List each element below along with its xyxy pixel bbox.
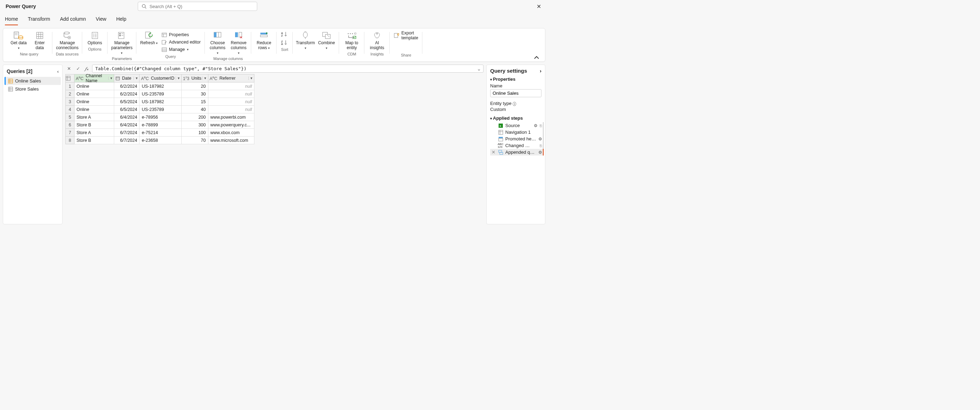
table-row[interactable]: 1Online6/2/2024US-18798220null — [66, 82, 255, 90]
row-number[interactable]: 3 — [66, 98, 75, 106]
cell[interactable]: 15 — [181, 98, 208, 106]
table-row[interactable]: 8Store B6/7/2024e-2365870www.microsoft.c… — [66, 136, 255, 144]
cell[interactable]: e-23658 — [140, 136, 181, 144]
manage-button[interactable]: Manage — [161, 46, 189, 53]
cell[interactable]: 30 — [181, 90, 208, 98]
cell[interactable]: Store B — [74, 136, 114, 144]
cell[interactable]: US-235789 — [140, 106, 181, 113]
cell[interactable]: 6/4/2024 — [114, 113, 140, 121]
applied-steps-section[interactable]: Applied steps — [490, 116, 541, 121]
info-icon[interactable]: i — [513, 102, 516, 106]
row-number[interactable]: 8 — [66, 136, 75, 144]
cell[interactable]: 6/5/2024 — [114, 106, 140, 113]
type-icon[interactable]: 123 — [182, 76, 191, 81]
cell[interactable]: www.powerbi.com — [208, 113, 255, 121]
cell[interactable]: US-235789 — [140, 90, 181, 98]
cell[interactable]: www.xbox.com — [208, 129, 255, 136]
cell[interactable]: 6/2/2024 — [114, 90, 140, 98]
cell[interactable]: 40 — [181, 106, 208, 113]
query-item-store-sales[interactable]: Store Sales — [5, 85, 61, 93]
cell[interactable]: 100 — [181, 129, 208, 136]
cell[interactable]: US-187982 — [140, 82, 181, 90]
cell[interactable]: www.powerquery.c... — [208, 121, 255, 129]
column-filter-button[interactable]: ▼ — [176, 76, 181, 80]
row-number[interactable]: 4 — [66, 106, 75, 113]
table-row[interactable]: 6Store B6/4/2024e-78899300www.powerquery… — [66, 121, 255, 129]
step-settings-button[interactable]: ⚙ — [538, 150, 542, 155]
ai-insights-button[interactable]: AI insights — [368, 30, 386, 51]
cell[interactable]: e-78956 — [140, 113, 181, 121]
table-row[interactable]: 5Store A6/4/2024e-78956200www.powerbi.co… — [66, 113, 255, 121]
cell[interactable]: Online — [74, 106, 114, 113]
column-header-date[interactable]: Date▼ — [114, 74, 140, 82]
column-header-units[interactable]: 123Units▼ — [181, 74, 208, 82]
column-filter-button[interactable]: ▼ — [202, 76, 208, 80]
cell[interactable]: Online — [74, 90, 114, 98]
enter-data-button[interactable]: Enter data — [30, 30, 49, 51]
cell[interactable]: 6/7/2024 — [114, 129, 140, 136]
table-row[interactable]: 2Online6/2/2024US-23578930null — [66, 90, 255, 98]
column-header-customerid[interactable]: ABCCustomerID▼ — [140, 74, 181, 82]
formula-commit-button[interactable]: ✓ — [75, 66, 81, 71]
tab-home[interactable]: Home — [5, 15, 18, 25]
advanced-editor-button[interactable]: Advanced editor — [161, 39, 201, 46]
column-header-channel-name[interactable]: ABCChannel Name▼ — [74, 74, 114, 82]
options-button[interactable]: Options — [86, 30, 104, 46]
row-number[interactable]: 6 — [66, 121, 75, 129]
type-icon[interactable] — [114, 76, 121, 81]
settings-expand-button[interactable]: › — [540, 68, 541, 74]
query-item-online-sales[interactable]: Online Sales — [5, 77, 61, 85]
cell[interactable]: 70 — [181, 136, 208, 144]
cell[interactable]: null — [208, 106, 255, 113]
step-navigation-1[interactable]: ✕Navigation 1⚙ — [490, 129, 544, 136]
manage-parameters-button[interactable]: Manage parameters — [111, 30, 133, 55]
cell[interactable]: Online — [74, 98, 114, 106]
cell[interactable]: US-187982 — [140, 98, 181, 106]
column-header-referrer[interactable]: ABCReferrer▼ — [208, 74, 255, 82]
column-filter-button[interactable]: ▼ — [108, 76, 114, 80]
choose-columns-button[interactable]: Choose columns — [208, 30, 227, 55]
type-icon[interactable]: ABC — [208, 76, 219, 81]
remove-columns-button[interactable]: ✕ Remove columns — [229, 30, 248, 55]
cell[interactable]: null — [208, 90, 255, 98]
cell[interactable]: e-75214 — [140, 129, 181, 136]
transform-button[interactable]: Transform — [296, 30, 315, 51]
cell[interactable]: Store A — [74, 129, 114, 136]
get-data-button[interactable]: Get data — [10, 30, 28, 51]
cell[interactable]: Online — [74, 82, 114, 90]
column-filter-button[interactable]: ▼ — [134, 76, 139, 80]
formula-bar[interactable]: Table.Combine({#"Changed column type", #… — [92, 65, 484, 73]
sort-desc-button[interactable]: ZA — [280, 39, 289, 46]
step-settings-button[interactable]: ⚙ — [534, 123, 538, 128]
cell[interactable]: 6/4/2024 — [114, 121, 140, 129]
cell[interactable]: 6/2/2024 — [114, 82, 140, 90]
formula-dropdown[interactable]: ⌄ — [477, 66, 480, 71]
export-template-button[interactable]: Export template — [393, 32, 419, 39]
table-row[interactable]: 4Online6/5/2024US-23578940null — [66, 106, 255, 113]
type-icon[interactable]: ABC — [140, 76, 150, 81]
tab-add-column[interactable]: Add column — [60, 15, 86, 25]
cell[interactable]: null — [208, 82, 255, 90]
cell[interactable]: null — [208, 98, 255, 106]
map-to-entity-button[interactable]: ⚬⚬⚬ CDM Map to entity — [343, 30, 361, 51]
step-extra-icon[interactable]: ⎘ — [540, 144, 542, 148]
cell[interactable]: 20 — [181, 82, 208, 90]
step-promoted-headers[interactable]: ✕Promoted headers⚙ — [490, 136, 544, 142]
query-name-input[interactable] — [490, 89, 541, 97]
close-button[interactable]: ✕ — [534, 2, 544, 11]
row-number[interactable]: 7 — [66, 129, 75, 136]
type-icon[interactable]: ABC — [75, 76, 85, 81]
step-settings-button[interactable]: ⚙ — [538, 136, 542, 141]
properties-section[interactable]: Properties — [490, 76, 541, 82]
tab-help[interactable]: Help — [116, 15, 127, 25]
row-number[interactable]: 1 — [66, 82, 75, 90]
step-source[interactable]: ✕XSource⚙⎘ — [490, 122, 544, 129]
grid-corner[interactable] — [66, 74, 75, 82]
cell[interactable]: www.microsoft.com — [208, 136, 255, 144]
table-row[interactable]: 7Store A6/7/2024e-75214100www.xbox.com — [66, 129, 255, 136]
tab-view[interactable]: View — [96, 15, 107, 25]
column-filter-button[interactable]: ▼ — [248, 76, 254, 80]
manage-connections-button[interactable]: Manage connections — [56, 30, 78, 51]
cell[interactable]: 6/7/2024 — [114, 136, 140, 144]
search-input[interactable] — [150, 4, 253, 9]
